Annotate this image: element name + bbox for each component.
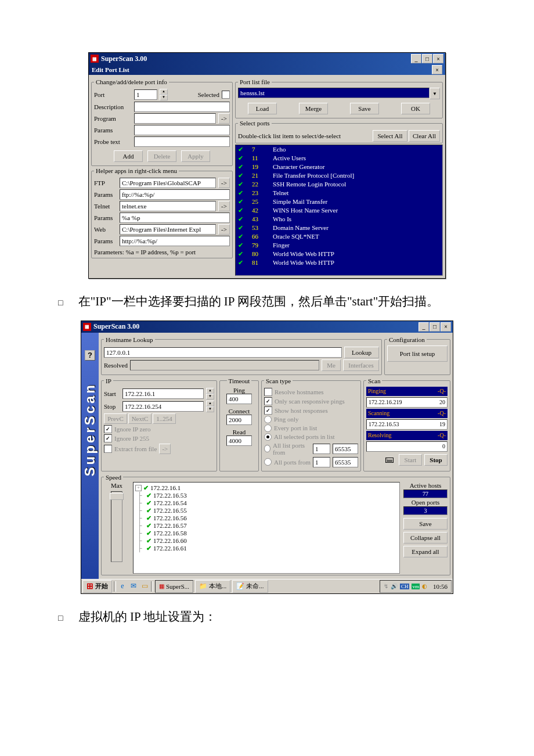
ftp-input[interactable] <box>120 178 216 188</box>
expand-all-button[interactable]: Expand all <box>403 546 448 557</box>
ime-indicator[interactable]: CH <box>400 584 410 589</box>
help-button[interactable]: ? <box>85 350 95 361</box>
lookup-button[interactable]: Lookup <box>344 347 379 358</box>
extract-file-checkbox[interactable] <box>104 445 112 453</box>
port-list-item[interactable]: ✔43Who Is <box>236 215 442 224</box>
ok-button[interactable]: OK <box>401 103 430 114</box>
results-tree[interactable]: +✔172.22.16.1├✔172.22.16.53├✔172.22.16.5… <box>133 482 400 574</box>
stop-scan-button[interactable]: Stop <box>424 454 448 466</box>
port-list-item[interactable]: ✔53Domain Name Server <box>236 224 442 232</box>
ftp-browse-button[interactable]: -> <box>218 178 230 188</box>
start-ip-spinner[interactable]: ▲▼ <box>206 388 214 399</box>
tree-node[interactable]: ├✔172.22.16.55 <box>135 507 398 514</box>
web-input[interactable] <box>120 224 216 235</box>
maximize-button-2[interactable]: □ <box>430 322 440 332</box>
port-list-item[interactable]: ✔66Oracle SQL*NET <box>236 232 442 241</box>
me-button[interactable]: Me <box>322 359 341 371</box>
all-list-from-radio[interactable] <box>264 445 270 452</box>
tree-node[interactable]: ├✔172.22.16.60 <box>135 537 398 545</box>
sub-close-button[interactable]: × <box>432 65 442 74</box>
telnet-browse-button[interactable]: -> <box>218 201 230 211</box>
close-button[interactable]: × <box>433 54 443 63</box>
maximize-button[interactable]: □ <box>422 54 432 63</box>
clear-all-button[interactable]: Clear All <box>409 130 440 142</box>
port-list-item[interactable]: ✔11Active Users <box>236 154 442 163</box>
description-input[interactable] <box>134 102 230 112</box>
port-list-item[interactable]: ✔80World Wide Web HTTP <box>236 250 442 258</box>
vm-icon[interactable]: vm <box>412 584 420 589</box>
port-list-item[interactable]: ✔42WINS Host Name Server <box>236 206 442 215</box>
tree-node[interactable]: ├✔172.22.16.57 <box>135 522 398 530</box>
tray-icon-1[interactable]: ↯ <box>384 583 388 589</box>
titlebar-2[interactable]: ▦ SuperScan 3.00 _ □ × <box>81 321 453 333</box>
c1254-button[interactable]: 1..254 <box>153 413 176 424</box>
telnet-input[interactable] <box>120 201 216 211</box>
ports-to-input[interactable] <box>333 457 358 467</box>
port-list-item[interactable]: ✔7Echo <box>236 145 442 154</box>
desktop-icon[interactable]: ▭ <box>140 582 149 591</box>
start-scan-button[interactable]: Start <box>399 454 422 466</box>
add-button[interactable]: Add <box>114 150 143 162</box>
ports-from-input[interactable] <box>313 457 330 467</box>
start-menu-button[interactable]: ⊞开始 <box>82 580 112 593</box>
port-input[interactable] <box>134 89 157 100</box>
ftp-params-input[interactable] <box>120 189 230 200</box>
tree-node[interactable]: +✔172.22.16.1 <box>135 484 398 492</box>
file-input[interactable] <box>238 88 430 98</box>
speed-slider-thumb[interactable] <box>110 493 124 500</box>
program-input[interactable] <box>134 113 216 124</box>
port-list-item[interactable]: ✔19Character Generator <box>236 163 442 171</box>
nextc-button[interactable]: NextC <box>128 413 151 424</box>
resolve-hostnames-checkbox[interactable] <box>264 388 272 396</box>
web-params-input[interactable] <box>120 236 230 246</box>
params-input[interactable] <box>134 125 230 135</box>
program-browse-button[interactable]: -> <box>218 113 230 124</box>
all-ports-from-radio[interactable] <box>264 458 272 466</box>
all-selected-radio[interactable] <box>264 433 272 441</box>
port-list-item[interactable]: ✔21File Transfer Protocol [Control] <box>236 171 442 180</box>
minimize-button[interactable]: _ <box>411 54 421 63</box>
tree-node[interactable]: ├✔172.22.16.54 <box>135 499 398 507</box>
tree-node[interactable]: ├✔172.22.16.61 <box>135 545 398 552</box>
interfaces-button[interactable]: Interfaces <box>343 359 379 371</box>
host-input[interactable] <box>104 347 342 358</box>
web-browse-button[interactable]: -> <box>218 224 230 235</box>
port-list-item[interactable]: ✔22SSH Remote Login Protocol <box>236 180 442 189</box>
extract-browse-button[interactable]: -> <box>159 444 171 454</box>
port-list-setup-button[interactable]: Port list setup <box>387 345 448 362</box>
taskbar-local-button[interactable]: 📁本地... <box>195 580 230 593</box>
expand-icon[interactable]: + <box>135 485 142 491</box>
file-combo[interactable]: ▼ <box>238 88 440 99</box>
delete-button[interactable]: Delete <box>147 150 176 162</box>
titlebar[interactable]: ▦ SuperScan 3.00 _ □ × <box>89 53 445 64</box>
merge-button[interactable]: Merge <box>299 103 328 114</box>
stop-ip-spinner[interactable]: ▲▼ <box>206 401 214 412</box>
only-scan-checkbox[interactable] <box>264 397 272 405</box>
select-all-button[interactable]: Select All <box>373 130 407 142</box>
connect-timeout-input[interactable] <box>226 415 252 425</box>
port-list-item[interactable]: ✔81World Wide Web HTTP <box>236 258 442 267</box>
prevc-button[interactable]: PrevC <box>104 413 127 424</box>
port-spinner[interactable]: ▲▼ <box>160 89 168 100</box>
close-button-2[interactable]: × <box>441 322 451 332</box>
ping-only-radio[interactable] <box>264 416 272 423</box>
stop-ip-input[interactable] <box>122 401 204 412</box>
probe-input[interactable] <box>134 136 230 147</box>
outlook-icon[interactable]: ✉ <box>129 582 138 591</box>
every-port-radio[interactable] <box>264 424 272 432</box>
speed-slider[interactable] <box>111 491 122 562</box>
port-list-item[interactable]: ✔79Finger <box>236 241 442 250</box>
port-list-item[interactable]: ✔23Telnet <box>236 189 442 197</box>
tree-node[interactable]: ├✔172.22.16.58 <box>135 530 398 537</box>
telnet-params-input[interactable] <box>120 213 230 223</box>
ignore-zero-checkbox[interactable] <box>104 425 112 433</box>
ping-timeout-input[interactable] <box>226 394 252 404</box>
tree-node[interactable]: ├✔172.22.16.53 <box>135 492 398 499</box>
ie-icon[interactable]: e <box>118 582 127 591</box>
list-to-input[interactable] <box>333 444 358 454</box>
system-tray[interactable]: ↯ 🔊 CH vm ◐ 10:56 <box>380 580 452 593</box>
tree-node[interactable]: ├✔172.22.16.56 <box>135 514 398 522</box>
apply-button[interactable]: Apply <box>181 150 210 162</box>
taskbar-superscan-button[interactable]: ▦SuperS... <box>155 580 193 593</box>
minimize-button-2[interactable]: _ <box>418 322 429 332</box>
